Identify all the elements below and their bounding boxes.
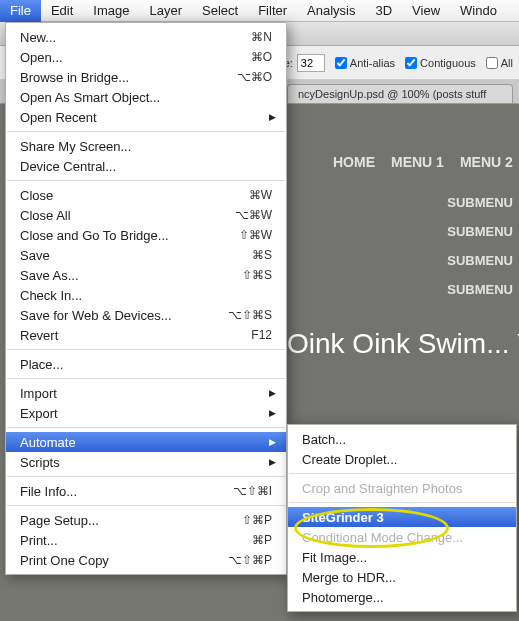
menu-item[interactable]: Import▶ xyxy=(6,383,286,403)
menubar-select[interactable]: Select xyxy=(192,0,248,22)
menu-item-label: Revert xyxy=(20,328,251,343)
site-subnav: SUBMENU SUBMENU SUBMENU SUBMENU xyxy=(447,188,513,304)
menu-item-label: New... xyxy=(20,30,251,45)
menu-separator xyxy=(7,349,285,350)
menu-item[interactable]: File Info...⌥⇧⌘I xyxy=(6,481,286,501)
menu-item-label: Export xyxy=(20,406,272,421)
menu-item-label: Device Central... xyxy=(20,159,272,174)
menu-item-label: Automate xyxy=(20,435,272,450)
menu-shortcut: ⇧⌘S xyxy=(242,268,272,282)
antialias-box[interactable] xyxy=(335,57,347,69)
submenu-item[interactable]: Create Droplet... xyxy=(288,449,516,469)
antialias-checkbox[interactable]: Anti-alias xyxy=(335,57,395,69)
menu-item[interactable]: Open As Smart Object... xyxy=(6,87,286,107)
menu-item-label: Page Setup... xyxy=(20,513,242,528)
menubar-layer[interactable]: Layer xyxy=(140,0,193,22)
menu-item-label: Close All xyxy=(20,208,235,223)
menu-item[interactable]: Save for Web & Devices...⌥⇧⌘S xyxy=(6,305,286,325)
menu-separator xyxy=(7,378,285,379)
menu-item[interactable]: Browse in Bridge...⌥⌘O xyxy=(6,67,286,87)
menu-item[interactable]: Save⌘S xyxy=(6,245,286,265)
submenu-item[interactable]: Fit Image... xyxy=(288,547,516,567)
menu-item[interactable]: Open Recent▶ xyxy=(6,107,286,127)
menu-item-label: Browse in Bridge... xyxy=(20,70,237,85)
submenu-item[interactable]: Merge to HDR... xyxy=(288,567,516,587)
menu-item[interactable]: Export▶ xyxy=(6,403,286,423)
menu-item[interactable]: Scripts▶ xyxy=(6,452,286,472)
menu-shortcut: ⌥⇧⌘P xyxy=(228,553,272,567)
menu-shortcut: ⌘N xyxy=(251,30,272,44)
menu-shortcut: ⇧⌘W xyxy=(239,228,272,242)
submenu-item-label: Merge to HDR... xyxy=(302,570,502,585)
submenu-arrow-icon: ▶ xyxy=(269,408,276,418)
menubar-window[interactable]: Windo xyxy=(450,0,507,22)
menu-item[interactable]: Check In... xyxy=(6,285,286,305)
tolerance-input[interactable] xyxy=(297,54,325,72)
menu-item[interactable]: Page Setup...⇧⌘P xyxy=(6,510,286,530)
menu-item[interactable]: Close⌘W xyxy=(6,185,286,205)
menu-separator xyxy=(289,473,515,474)
menu-item-label: Share My Screen... xyxy=(20,139,272,154)
menubar-filter[interactable]: Filter xyxy=(248,0,297,22)
menu-item-label: Check In... xyxy=(20,288,272,303)
menubar-file[interactable]: File xyxy=(0,0,41,22)
menu-item[interactable]: Save As...⇧⌘S xyxy=(6,265,286,285)
menu-separator xyxy=(7,476,285,477)
nav-menu1: MENU 1 xyxy=(391,154,444,170)
nav-menu2: MENU 2 xyxy=(460,154,513,170)
menu-shortcut: ⌥⇧⌘I xyxy=(233,484,272,498)
menu-item[interactable]: New...⌘N xyxy=(6,27,286,47)
menu-separator xyxy=(7,131,285,132)
menu-item[interactable]: Open...⌘O xyxy=(6,47,286,67)
submenu-item-label: Crop and Straighten Photos xyxy=(302,481,502,496)
submenu-arrow-icon: ▶ xyxy=(269,388,276,398)
submenu-item-label: Create Droplet... xyxy=(302,452,502,467)
site-nav: HOME MENU 1 MENU 2 xyxy=(333,154,519,170)
menu-item[interactable]: Print...⌘P xyxy=(6,530,286,550)
menubar-analysis[interactable]: Analysis xyxy=(297,0,365,22)
all-checkbox[interactable]: All xyxy=(486,57,513,69)
contiguous-checkbox[interactable]: Contiguous xyxy=(405,57,476,69)
menu-item-label: Close xyxy=(20,188,249,203)
submenu-item[interactable]: Batch... xyxy=(288,429,516,449)
submenu-arrow-icon: ▶ xyxy=(269,112,276,122)
menu-item[interactable]: Print One Copy⌥⇧⌘P xyxy=(6,550,286,570)
document-tab[interactable]: ncyDesignUp.psd @ 100% (posts stuff xyxy=(287,84,513,103)
menubar-image[interactable]: Image xyxy=(83,0,139,22)
menu-item-label: Open... xyxy=(20,50,251,65)
menu-shortcut: ⌘O xyxy=(251,50,272,64)
submenu-item[interactable]: SiteGrinder 3 xyxy=(288,507,516,527)
submenu-item-label: Photomerge... xyxy=(302,590,502,605)
all-label: All xyxy=(501,57,513,69)
menu-item-label: Save for Web & Devices... xyxy=(20,308,228,323)
submenu-item-label: Conditional Mode Change... xyxy=(302,530,502,545)
subnav-item: SUBMENU xyxy=(447,188,513,217)
subnav-item: SUBMENU xyxy=(447,275,513,304)
menu-item[interactable]: Close All⌥⌘W xyxy=(6,205,286,225)
menu-item[interactable]: Place... xyxy=(6,354,286,374)
menubar-edit[interactable]: Edit xyxy=(41,0,83,22)
all-box[interactable] xyxy=(486,57,498,69)
menu-item[interactable]: Device Central... xyxy=(6,156,286,176)
menu-shortcut: ⌘W xyxy=(249,188,272,202)
menu-item-label: Print... xyxy=(20,533,252,548)
menubar-3d[interactable]: 3D xyxy=(365,0,402,22)
menu-item[interactable]: Share My Screen... xyxy=(6,136,286,156)
submenu-arrow-icon: ▶ xyxy=(269,437,276,447)
menubar-view[interactable]: View xyxy=(402,0,450,22)
menu-item-label: Print One Copy xyxy=(20,553,228,568)
subnav-item: SUBMENU xyxy=(447,217,513,246)
menu-item-label: Scripts xyxy=(20,455,272,470)
menu-item[interactable]: Close and Go To Bridge...⇧⌘W xyxy=(6,225,286,245)
contiguous-label: Contiguous xyxy=(420,57,476,69)
menu-shortcut: ⌥⌘W xyxy=(235,208,272,222)
submenu-item[interactable]: Photomerge... xyxy=(288,587,516,607)
submenu-item-label: Fit Image... xyxy=(302,550,502,565)
menubar: File Edit Image Layer Select Filter Anal… xyxy=(0,0,519,22)
submenu-item: Conditional Mode Change... xyxy=(288,527,516,547)
contiguous-box[interactable] xyxy=(405,57,417,69)
menu-shortcut: F12 xyxy=(251,328,272,342)
menu-item[interactable]: RevertF12 xyxy=(6,325,286,345)
menu-item[interactable]: Automate▶ xyxy=(6,432,286,452)
menu-item-label: Open Recent xyxy=(20,110,272,125)
